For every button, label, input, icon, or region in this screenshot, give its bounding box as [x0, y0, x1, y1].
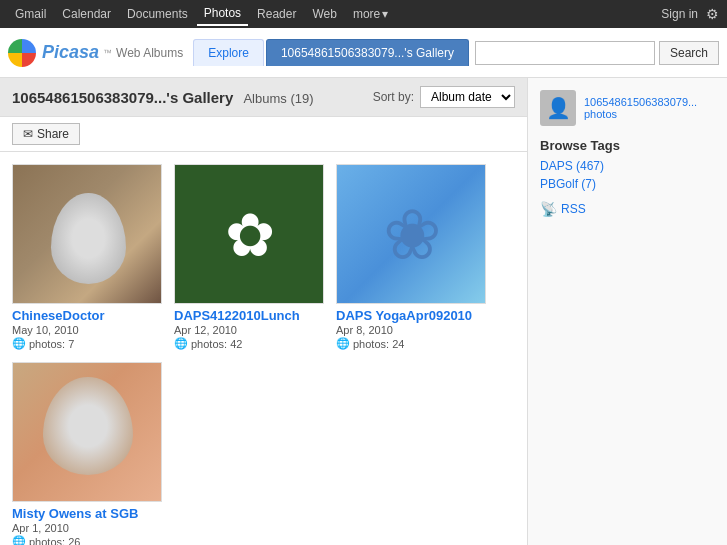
- album-meta: 🌐 photos: 7: [12, 337, 162, 350]
- album-thumb-image: [337, 165, 486, 304]
- search-input[interactable]: [475, 41, 655, 65]
- rss-icon: 📡: [540, 201, 557, 217]
- album-meta: 🌐 photos: 26: [12, 535, 162, 545]
- album-thumb-image: [13, 363, 162, 502]
- album-grid: ChineseDoctor May 10, 2010 🌐 photos: 7 D…: [0, 152, 527, 545]
- user-photos-link[interactable]: photos: [584, 108, 697, 120]
- gallery-tab[interactable]: 10654861506383079...'s Gallery: [266, 39, 469, 66]
- globe-icon: 🌐: [336, 337, 350, 350]
- main-content: 10654861506383079...'s Gallery Albums (1…: [0, 78, 727, 545]
- top-nav-left: Gmail Calendar Documents Photos Reader W…: [8, 2, 395, 26]
- album-thumb-image: [13, 165, 162, 304]
- search-box: Search: [475, 41, 719, 65]
- picasa-header: Picasa ™ Web Albums Explore 106548615063…: [0, 28, 727, 78]
- gallery-title-area: 10654861506383079...'s Gallery Albums (1…: [12, 89, 314, 106]
- list-item[interactable]: Misty Owens at SGB Apr 1, 2010 🌐 photos:…: [12, 362, 162, 545]
- list-item[interactable]: ChineseDoctor May 10, 2010 🌐 photos: 7: [12, 164, 162, 350]
- web-albums-label[interactable]: Web Albums: [116, 46, 183, 60]
- album-date: May 10, 2010: [12, 324, 162, 336]
- user-details: 10654861506383079... photos: [584, 96, 697, 120]
- album-name[interactable]: ChineseDoctor: [12, 308, 162, 323]
- nav-more[interactable]: more ▾: [346, 3, 395, 25]
- search-button[interactable]: Search: [659, 41, 719, 65]
- browse-tags-title: Browse Tags: [540, 138, 715, 153]
- album-name[interactable]: DAPS YogaApr092010: [336, 308, 486, 323]
- picasa-logo[interactable]: Picasa ™: [8, 39, 112, 67]
- top-nav: Gmail Calendar Documents Photos Reader W…: [0, 0, 727, 28]
- album-date: Apr 12, 2010: [174, 324, 324, 336]
- album-thumbnail: [174, 164, 324, 304]
- sort-label: Sort by:: [373, 90, 414, 104]
- gallery-area: 10654861506383079...'s Gallery Albums (1…: [0, 78, 527, 545]
- album-name[interactable]: Misty Owens at SGB: [12, 506, 162, 521]
- album-thumbnail: [336, 164, 486, 304]
- nav-photos[interactable]: Photos: [197, 2, 248, 26]
- album-date: Apr 8, 2010: [336, 324, 486, 336]
- album-thumb-image: [175, 165, 324, 304]
- nav-calendar[interactable]: Calendar: [55, 3, 118, 25]
- sort-select[interactable]: Album date: [420, 86, 515, 108]
- avatar: 👤: [540, 90, 576, 126]
- share-bar: ✉ Share: [0, 117, 527, 152]
- user-name[interactable]: 10654861506383079...: [584, 96, 697, 108]
- gear-icon[interactable]: ⚙: [706, 6, 719, 22]
- list-item[interactable]: DAPS YogaApr092010 Apr 8, 2010 🌐 photos:…: [336, 164, 486, 350]
- browse-tags: Browse Tags DAPS (467) PBGolf (7): [540, 138, 715, 191]
- sign-in-link[interactable]: Sign in: [661, 7, 698, 21]
- globe-icon: 🌐: [12, 535, 26, 545]
- album-date: Apr 1, 2010: [12, 522, 162, 534]
- picasa-logo-icon: [8, 39, 36, 67]
- albums-count: Albums (19): [243, 91, 313, 106]
- nav-reader[interactable]: Reader: [250, 3, 303, 25]
- album-meta: 🌐 photos: 42: [174, 337, 324, 350]
- globe-icon: 🌐: [12, 337, 26, 350]
- rss-section: 📡 RSS: [540, 201, 715, 217]
- nav-gmail[interactable]: Gmail: [8, 3, 53, 25]
- album-name[interactable]: DAPS4122010Lunch: [174, 308, 324, 323]
- sidebar: 👤 10654861506383079... photos Browse Tag…: [527, 78, 727, 545]
- rss-link[interactable]: RSS: [561, 202, 586, 216]
- globe-icon: 🌐: [174, 337, 188, 350]
- explore-tab[interactable]: Explore: [193, 39, 264, 66]
- tag-daps[interactable]: DAPS (467): [540, 159, 715, 173]
- album-meta: 🌐 photos: 24: [336, 337, 486, 350]
- gallery-title: 10654861506383079...'s Gallery Albums (1…: [12, 89, 314, 106]
- picasa-logo-tm: ™: [103, 48, 112, 58]
- album-thumbnail: [12, 362, 162, 502]
- picasa-left: Picasa ™ Web Albums Explore 106548615063…: [8, 39, 469, 67]
- chevron-down-icon: ▾: [382, 7, 388, 21]
- gallery-header: 10654861506383079...'s Gallery Albums (1…: [0, 78, 527, 117]
- list-item[interactable]: DAPS4122010Lunch Apr 12, 2010 🌐 photos: …: [174, 164, 324, 350]
- nav-web[interactable]: Web: [305, 3, 343, 25]
- nav-documents[interactable]: Documents: [120, 3, 195, 25]
- tag-pbgolf[interactable]: PBGolf (7): [540, 177, 715, 191]
- sort-by: Sort by: Album date: [373, 86, 515, 108]
- top-nav-right: Sign in ⚙: [661, 6, 719, 22]
- user-info: 👤 10654861506383079... photos: [540, 90, 715, 126]
- envelope-icon: ✉: [23, 127, 33, 141]
- album-thumbnail: [12, 164, 162, 304]
- picasa-logo-text: Picasa: [42, 42, 99, 63]
- share-button[interactable]: ✉ Share: [12, 123, 80, 145]
